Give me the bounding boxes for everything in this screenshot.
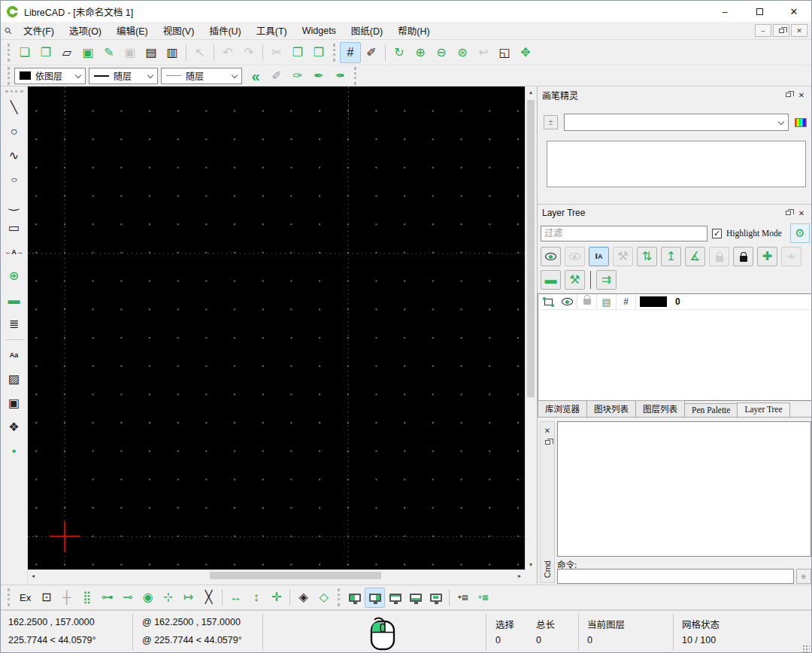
restrict-vertical-button[interactable]: ↕ [246,588,266,608]
text-cursor-toggle-button[interactable]: ⅠA [589,247,609,266]
restrict-horizontal-button[interactable]: ↔ [226,588,246,608]
back-button[interactable]: « [245,65,266,87]
pen-wizard-list[interactable] [547,141,806,187]
horizontal-scrollbar-thumb[interactable] [210,572,381,579]
view-toolbar-handle[interactable] [333,44,336,62]
close-dock-button[interactable]: ✕ [795,207,808,219]
toolbar-drag-handle[interactable] [354,67,357,85]
layer-list-options-button[interactable]: ⇉ [596,270,617,290]
snap-on-entity-button[interactable]: ⊸ [117,588,138,608]
mdi-restore-button[interactable] [773,24,789,37]
menu-help[interactable]: 帮助(H) [390,22,437,39]
tools-toolbar-handle[interactable] [5,90,23,93]
save-button[interactable]: ▣ [77,42,98,63]
zoom-out-button[interactable]: ⊖ [431,42,452,63]
pen-toolbar-handle[interactable] [8,67,11,85]
set-relative-zero-button[interactable]: ◇ [314,588,334,608]
show-all-layers-button[interactable] [541,247,561,266]
command-history[interactable] [557,421,811,557]
scroll-left-icon[interactable]: ◂ [28,570,38,581]
paste-button[interactable]: ❒ [308,42,329,63]
copy-button[interactable]: ❐ [287,42,308,63]
zoom-in-button[interactable]: ⊕ [410,42,431,63]
scroll-up-icon[interactable]: ▴ [526,87,536,97]
menu-edit[interactable]: 编辑(E) [109,22,156,39]
layer-visibility-icon[interactable] [558,294,577,309]
remove-layer-button[interactable]: ▬ [541,270,561,290]
pen-width-combobox[interactable]: 随层 [161,68,242,84]
zoom-auto-button[interactable]: ⊛ [452,42,473,63]
line-tool-button[interactable]: ╲ [4,97,25,118]
snap-toolbar-handle[interactable] [8,588,11,606]
copy-pen-button[interactable]: ✒ [329,65,350,87]
point-tool-button[interactable]: • [4,441,25,462]
file-toolbar-handle[interactable] [8,44,11,62]
dock-left-button[interactable] [344,588,365,608]
menu-drawings[interactable]: 图纸(D) [344,22,390,39]
menu-widgets[interactable]: Widgets [295,22,344,39]
dock-bottom-button[interactable] [405,588,426,608]
redraw-button[interactable]: ↻ [389,42,410,63]
tab-library-browser[interactable]: 库浏览器 [538,400,587,417]
command-input[interactable] [557,569,794,584]
zoom-window-button[interactable]: ◱ [494,42,515,63]
grid-toggle-button[interactable]: # [340,42,361,63]
snap-free-button[interactable]: ⊡ [36,588,56,608]
float-dock-button[interactable] [781,89,795,101]
dock-top-button[interactable] [385,588,405,608]
snap-on-grid-button[interactable]: ⣿ [77,588,97,608]
snap-grid-button[interactable]: ┼ [56,588,77,608]
polyline-tool-button[interactable]: ‿ [4,193,25,214]
align-top-button[interactable]: ↥ [661,247,681,266]
snap-distance-button[interactable]: ↦ [178,588,198,608]
circle-tool-button[interactable]: ○ [4,121,25,142]
modify-tool-button[interactable]: ⊕ [4,266,25,287]
lock-all-button[interactable] [733,247,753,266]
layer-tree-settings-button[interactable]: ⚙ [790,223,810,243]
lock-relative-zero-button[interactable]: ◈ [293,588,314,608]
ellipse-tool-button[interactable]: ○ [4,169,25,190]
menu-plugins[interactable]: 插件(U) [201,22,248,39]
scroll-down-icon[interactable]: ▾ [526,559,536,569]
scroll-right-icon[interactable]: ▸ [514,570,525,581]
add-custom-toolbar-button[interactable]: +▤ [453,588,473,608]
add-custom-widget-button[interactable]: +▦ [473,588,493,608]
horizontal-scrollbar[interactable]: ◂ ▸ [28,569,525,580]
layer-row[interactable]: ▤ # 0 [538,294,812,310]
image-tool-button[interactable]: ▣ [4,393,25,414]
close-button[interactable]: ✕ [777,1,811,22]
pen-wizard-combobox[interactable] [564,114,789,131]
tab-layer-list[interactable]: 图层列表 [635,400,685,417]
menu-view[interactable]: 视图(V) [156,22,202,39]
hatch-tool-button[interactable]: ▨ [4,369,25,390]
pen-linetype-combobox[interactable]: 随层 [89,68,158,84]
command-options-button[interactable]: ≡ [796,569,811,584]
layer-filter-input[interactable] [541,226,707,241]
float-dock-button[interactable] [541,436,553,448]
pick-pen-button[interactable]: ✐ [266,65,287,87]
pen-color-combobox[interactable]: 依图层 [14,68,86,84]
restrict-orthogonal-button[interactable]: ✛ [266,588,286,608]
snap-middle-button[interactable]: ⊹ [158,588,178,608]
layer-lock-icon[interactable] [577,294,597,309]
dock-right-button[interactable] [365,588,385,608]
layer-list[interactable]: ▤ # 0 [538,293,812,401]
tab-layer-tree[interactable]: Layer Tree [737,402,789,417]
dock-areas-handle[interactable] [338,588,341,606]
layer-print-icon[interactable]: ▤ [597,294,617,309]
angle-marker-button[interactable]: ∡ [685,247,705,266]
snap-intersection-button[interactable]: ╳ [198,588,219,608]
block-tool-button[interactable]: ❖ [4,417,25,438]
select-tool-button[interactable]: ▭ [4,217,25,238]
zoom-pan-button[interactable]: ✥ [515,42,536,63]
minimize-button[interactable]: – [707,1,742,22]
menu-options[interactable]: 选项(O) [62,22,109,39]
mdi-minimize-button[interactable]: – [755,24,771,37]
close-dock-button[interactable]: ✕ [795,89,808,101]
highlight-mode-checkbox[interactable]: ✓ [712,229,722,238]
vertical-scrollbar-thumb[interactable] [527,100,535,397]
vertical-scrollbar[interactable]: ▴ ▾ [525,87,535,569]
new-document-button[interactable]: ❏ [14,42,35,63]
tab-pen-palette[interactable]: Pen Palette [684,403,738,417]
open-button[interactable]: ▱ [56,42,77,63]
